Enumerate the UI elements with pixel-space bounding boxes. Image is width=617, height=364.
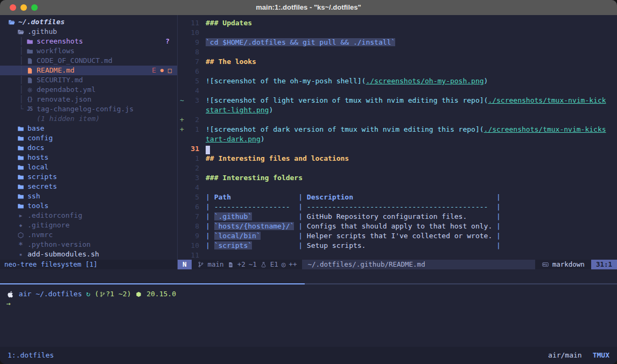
prompt-git-status: ?1 ~2): [106, 289, 131, 299]
shell-input-line[interactable]: →: [6, 299, 617, 309]
tree-item-label: secrets: [27, 182, 57, 191]
syntax-segment: [210, 232, 214, 240]
editor-line[interactable]: 7| `.github` | GitHub Repository configu…: [178, 212, 617, 222]
editor-line[interactable]: tart-dark.png): [178, 134, 617, 144]
editor-line[interactable]: 11### Updates: [178, 18, 617, 28]
line-number: 9: [185, 231, 199, 241]
indent-guide: │: [19, 95, 24, 104]
tree-item[interactable]: base: [0, 124, 177, 133]
editor-line[interactable]: 6| ------------------ | ----------------…: [178, 202, 617, 212]
tree-item[interactable]: │README.mdE●□: [0, 66, 177, 75]
syntax-segment: ### Interesting folders: [206, 174, 303, 182]
editor-line[interactable]: 4: [178, 183, 617, 192]
editor-line[interactable]: 10: [178, 28, 617, 38]
tree-item[interactable]: (1 hidden item): [0, 114, 177, 124]
neo-tree-statusline: neo-tree filesystem [1]: [0, 260, 177, 269]
tree-item[interactable]: │screenshots?: [0, 37, 177, 46]
editor-line[interactable]: 9| `local/bin` | Helper scripts that I'v…: [178, 231, 617, 241]
git-open-paren: [90, 289, 95, 299]
file-icon: [26, 77, 33, 84]
gutter-sign: [178, 57, 185, 67]
tree-item[interactable]: secrets: [0, 182, 177, 191]
tree-item[interactable]: │dependabot.yml: [0, 85, 177, 95]
record-icon: ◎: [282, 260, 286, 269]
tree-item-label: CODE_OF_CONDUCT.md: [37, 56, 113, 66]
editor-line[interactable]: start-light.png): [178, 105, 617, 115]
tree-item[interactable]: scripts: [0, 172, 177, 182]
editor-line[interactable]: 9`cd $HOME/.dotfiles && git pull && ./in…: [178, 38, 617, 47]
tree-item[interactable]: hosts: [0, 153, 177, 162]
syntax-segment: [303, 203, 307, 211]
syntax-segment: ./screenshots/oh-my-posh.png: [366, 77, 483, 85]
gutter-sign: [178, 38, 185, 47]
line-number: 10: [185, 28, 199, 38]
editor-line[interactable]: 10| `scripts` | Setup scripts. |: [178, 241, 617, 251]
syntax-segment: [366, 241, 496, 249]
tree-item[interactable]: ◆.gitignore: [0, 220, 177, 230]
editor-line[interactable]: +2: [178, 115, 617, 125]
editor-line[interactable]: 8: [178, 47, 617, 57]
tree-item[interactable]: .github: [0, 27, 177, 37]
line-number: 10: [185, 241, 199, 251]
editor-line[interactable]: 6: [178, 67, 617, 76]
tree-item[interactable]: │CODE_OF_CONDUCT.md: [0, 56, 177, 66]
tmux-badge: TMUX: [593, 351, 609, 360]
tree-item[interactable]: ssh: [0, 191, 177, 201]
tree-item[interactable]: local: [0, 162, 177, 172]
editor-line[interactable]: 8| `hosts/{hostname}/` | Configs that sh…: [178, 222, 617, 231]
tree-item[interactable]: *.python-version: [0, 240, 177, 249]
tree-item[interactable]: docs: [0, 143, 177, 153]
editor-line[interactable]: 2: [178, 163, 617, 173]
tree-item[interactable]: ▪add-submodules.sh: [0, 249, 177, 259]
tree-item[interactable]: │SECURITY.md: [0, 75, 177, 85]
editor-line[interactable]: 7## The looks: [178, 57, 617, 67]
line-content: | Path | Description |: [206, 192, 501, 202]
editor-line[interactable]: 4: [178, 86, 617, 96]
zoom-button[interactable]: [31, 4, 38, 11]
line-content: | `scripts` | Setup scripts. |: [206, 241, 501, 251]
line-number: 9: [185, 38, 199, 47]
command-line[interactable]: [0, 269, 617, 283]
tree-item[interactable]: config: [0, 133, 177, 143]
syntax-segment: [210, 212, 214, 220]
tree-item[interactable]: ~/.dotfiles: [0, 17, 177, 27]
line-content: `cd $HOME/.dotfiles && git pull && ./ins…: [206, 38, 395, 47]
tree-item[interactable]: └JStag-changelog-config.js: [0, 104, 177, 114]
editor-line[interactable]: 11: [178, 251, 617, 260]
cursor: [206, 146, 210, 154]
line-number: 1: [185, 125, 199, 134]
syntax-segment: ): [269, 106, 273, 114]
tmux-window-name[interactable]: 1:.dotfiles: [8, 351, 54, 360]
gutter-sign: [178, 144, 185, 154]
editor-line[interactable]: ~3![screenshot of light version of tmux …: [178, 96, 617, 105]
editor-line[interactable]: +1![screenshot of dark version of tmux w…: [178, 125, 617, 134]
tree-item[interactable]: .nvmrc: [0, 230, 177, 240]
diff-file-icon: [228, 262, 234, 268]
gutter-sign: [178, 18, 185, 28]
folder-icon: [26, 48, 33, 55]
minimize-button[interactable]: [20, 4, 27, 11]
editor-line[interactable]: 3### Interesting folders: [178, 173, 617, 183]
tree-item[interactable]: ▶.editorconfig: [0, 211, 177, 220]
tree-item[interactable]: │{}renovate.json: [0, 95, 177, 104]
shell-pane[interactable]: air ~/.dotfiles ↻ (?1 ~2) 20.15.0 →: [0, 284, 617, 347]
syntax-segment: [303, 193, 307, 201]
gutter-sign: [178, 28, 185, 38]
editor-line[interactable]: 5| Path | Description |: [178, 192, 617, 202]
editor-line[interactable]: 1## Interesting files and locations: [178, 154, 617, 163]
gutter-sign: [178, 251, 185, 260]
status-marker: ●: [160, 66, 164, 75]
folder-icon: [17, 135, 24, 142]
folder-icon: [17, 203, 24, 210]
close-button[interactable]: [10, 4, 16, 11]
tree-item[interactable]: tools: [0, 201, 177, 211]
editor-line[interactable]: 5![screenshot of the oh-my-posh shell](.…: [178, 76, 617, 86]
editor-buffer[interactable]: 11### Updates 10 9`cd $HOME/.dotfiles &&…: [178, 15, 617, 260]
tree-item[interactable]: │workflows: [0, 46, 177, 56]
line-content: ## Interesting files and locations: [206, 154, 349, 163]
git-branch: main: [208, 260, 224, 269]
syntax-segment: ![screenshot of the oh-my-posh shell](: [206, 77, 366, 85]
editor-line[interactable]: 31: [178, 144, 617, 154]
syntax-segment: |: [298, 203, 303, 211]
prompt-host-text: air: [19, 289, 31, 299]
